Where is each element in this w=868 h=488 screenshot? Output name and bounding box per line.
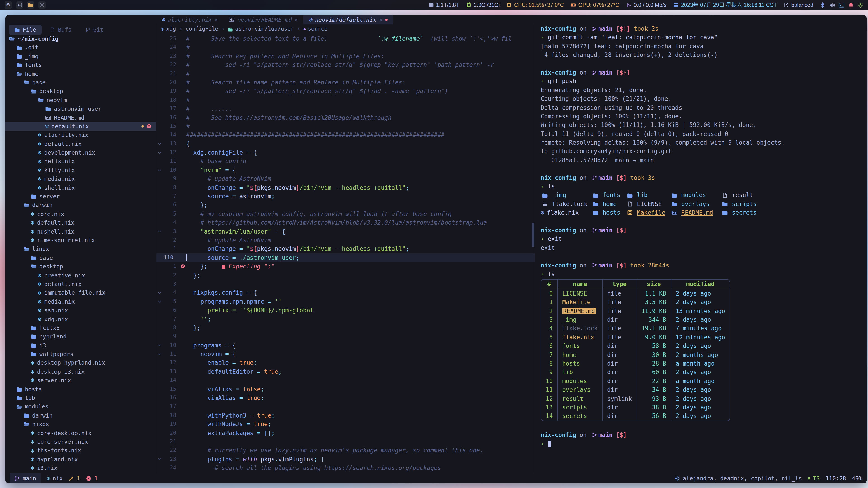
fold-icon[interactable] — [156, 457, 163, 462]
table-row[interactable]: 8hostsdir28 Ba month ago — [541, 359, 730, 368]
table-row[interactable]: 11overlaysdir34 B2 days ago — [541, 385, 730, 394]
editor-scrollbar[interactable] — [532, 34, 534, 473]
close-icon[interactable]: × — [294, 15, 298, 24]
systray-settings-icon[interactable] — [858, 2, 864, 8]
tree-item-hyprland.nix[interactable]: ❄hyprland.nix — [5, 455, 156, 464]
code-line[interactable]: 4 nixpkgs.config = { — [156, 289, 535, 297]
code-line[interactable]: 13{ — [156, 139, 535, 148]
code-line[interactable]: 12 enable = true; — [156, 359, 535, 367]
explorer-tab-bufs[interactable]: Bufs — [44, 25, 77, 35]
ls-entry-overlays[interactable]: overlays — [670, 200, 721, 208]
tree-item-helix.nix[interactable]: ❄helix.nix — [5, 157, 156, 166]
tree-item-fcitx5[interactable]: fcitx5 — [5, 324, 156, 332]
tree-item-i3.nix[interactable]: ❄i3.nix — [5, 464, 156, 473]
code-line[interactable]: 1 }; ■ Expecting ";" — [156, 262, 535, 271]
code-line[interactable]: 20 extraPackages = []; — [156, 429, 535, 437]
ls-entry-Makefile[interactable]: Makefile — [626, 208, 670, 217]
tree-item-ssh.nix[interactable]: ❄ssh.nix — [5, 306, 156, 315]
code-line[interactable]: 17# ...... — [156, 104, 535, 113]
tree-item-darwin[interactable]: darwin — [5, 201, 156, 210]
tree-item-default.nix[interactable]: ❄default.nix — [5, 280, 156, 289]
code-line[interactable]: 10 programs = { — [156, 341, 535, 350]
display-icon[interactable] — [839, 2, 844, 8]
close-icon[interactable]: × — [215, 15, 218, 24]
ls-entry-result[interactable]: result — [721, 191, 770, 200]
code-line[interactable]: 15 viAlias = false; — [156, 385, 535, 394]
close-icon[interactable]: × — [379, 15, 382, 24]
tree-item-development.nix[interactable]: ❄development.nix — [5, 148, 156, 157]
code-line[interactable]: 24# — [156, 43, 535, 52]
table-row[interactable]: 7homedir30 B2 months ago — [541, 350, 730, 359]
code-line[interactable]: 15# — [156, 122, 535, 131]
code-line[interactable]: 8 }; — [156, 324, 535, 332]
tree-item-wallpapers[interactable]: wallpapers — [5, 350, 156, 359]
bluetooth-icon[interactable] — [819, 2, 826, 8]
code-line[interactable]: 21 — [156, 437, 535, 446]
code-line[interactable]: 14 — [156, 376, 535, 385]
breadcrumb-item[interactable]: ❄xdg — [161, 25, 176, 34]
code-line[interactable]: 25# Save the selected text to a file: `:… — [156, 34, 535, 43]
code-line[interactable]: 22# sed -ri "s/pattern_str/replace_str/g… — [156, 61, 535, 69]
code-line[interactable]: 8 onChange = "${pkgs.neovim}/bin/nvim --… — [156, 183, 535, 192]
tree-item-.git[interactable]: .git — [5, 43, 156, 52]
tree-item-rime-squirrel.nix[interactable]: ❄rime-squirrel.nix — [5, 236, 156, 245]
tree-item-nixos[interactable]: nixos — [5, 420, 156, 429]
tree-item-base[interactable]: base — [5, 254, 156, 262]
code-line[interactable]: 9 — [156, 332, 535, 341]
code-line[interactable]: 23# Search key pattern and Replace in Mu… — [156, 52, 535, 61]
code-line[interactable]: 19 withNodeJs = true; — [156, 420, 535, 429]
fold-icon[interactable] — [156, 168, 163, 172]
tree-item-default.nix[interactable]: ❄default.nix● — [5, 122, 156, 131]
code-line[interactable]: 12 xdg.configFile = { — [156, 148, 535, 157]
buffer-tab-neovim/default.nix[interactable]: ❄neovim/default.nix×● — [303, 15, 393, 24]
code-line[interactable]: 6 }; — [156, 201, 535, 210]
breadcrumb-item[interactable]: astronvim/lua/user — [228, 25, 294, 34]
code-line[interactable]: 18 withPython3 = true; — [156, 411, 535, 420]
code-line[interactable]: 14######################################… — [156, 131, 535, 140]
code-line[interactable]: 5 programs.npm.npmrc = '' — [156, 297, 535, 306]
code-line[interactable]: 2 }; — [156, 271, 535, 280]
code-line[interactable]: 11 # base config — [156, 157, 535, 166]
code-line[interactable]: 21# — [156, 69, 535, 78]
code-line[interactable]: 20# Search file name pattern and Replace… — [156, 78, 535, 87]
explorer-tab-file[interactable]: File — [9, 25, 41, 35]
code-line[interactable]: 19# sed -ri "s/pattern_str/replace_str/g… — [156, 87, 535, 96]
fold-icon[interactable] — [156, 229, 163, 234]
ls-entry-hosts[interactable]: hosts — [591, 208, 626, 217]
table-row[interactable]: 9libdir60 B2 days ago — [541, 368, 730, 377]
tree-item-immutable-file.nix[interactable]: ❄immutable-file.nix — [5, 289, 156, 297]
code-line[interactable]: 1 onChange = "${pkgs.neovim}/bin/nvim --… — [156, 245, 535, 254]
tree-item-creative.nix[interactable]: ❄creative.nix — [5, 271, 156, 280]
ls-entry-scripts[interactable]: scripts — [721, 200, 770, 208]
code-line[interactable]: 24 # search all the plugins using https:… — [156, 464, 535, 473]
tree-item-shell.nix[interactable]: ❄shell.nix — [5, 183, 156, 192]
launcher-icon[interactable]: ❄ — [4, 1, 12, 8]
ls-entry-fonts[interactable]: fonts — [591, 191, 626, 200]
settings-app-icon[interactable] — [38, 1, 46, 8]
ls-entry-LICENSE[interactable]: LICENSE — [626, 200, 670, 208]
buffer-tab-neovim/README.md[interactable]: neovim/README.md× — [223, 15, 303, 24]
tree-item-xdg.nix[interactable]: ❄xdg.nix — [5, 315, 156, 324]
tree-item-desktop-hyprland.nix[interactable]: ❄desktop-hyprland.nix — [5, 359, 156, 367]
table-row[interactable]: 4flake.lockfile19.1 KB7 minutes ago — [541, 324, 730, 333]
code-line[interactable]: 11 neovim = { — [156, 350, 535, 359]
code-line[interactable]: 13 defaultEditor = true; — [156, 367, 535, 376]
tree-item-kitty.nix[interactable]: ❄kitty.nix — [5, 166, 156, 175]
code-line[interactable]: 7 ''; — [156, 315, 535, 324]
buffer-tab-alacritty.nix[interactable]: ❄alacritty.nix× — [156, 15, 223, 24]
tree-item-core-desktop.nix[interactable]: ❄core-desktop.nix — [5, 429, 156, 437]
ls-entry-_img[interactable]: _img — [541, 191, 591, 200]
tree-item-astronvim_user[interactable]: astronvim_user — [5, 104, 156, 113]
code-line[interactable]: 110 source = ./astronvim_user; — [156, 254, 535, 262]
tree-item-lib[interactable]: lib — [5, 394, 156, 402]
fold-icon[interactable] — [156, 151, 163, 155]
code-line[interactable]: 3 "astronvim/lua/user" = { — [156, 227, 535, 236]
code-line[interactable]: 4 # https://github.com/AstroNvim/AstroNv… — [156, 218, 535, 227]
fold-icon[interactable] — [156, 142, 163, 146]
code-line[interactable]: 9 # update AstroNvim — [156, 175, 535, 184]
ls-entry-flake.lock[interactable]: flake.lock — [541, 200, 591, 208]
tree-item-desktop[interactable]: desktop — [5, 87, 156, 96]
table-row[interactable]: 12resultsymlink93 B2 days ago — [541, 394, 730, 403]
tree-item-server[interactable]: server — [5, 192, 156, 201]
fold-icon[interactable] — [156, 291, 163, 295]
